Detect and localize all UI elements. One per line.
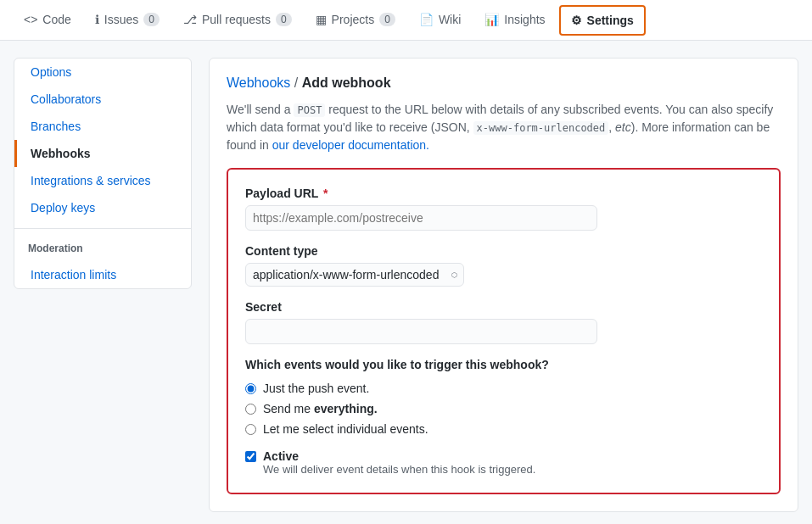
active-checkbox[interactable] bbox=[245, 451, 256, 462]
issues-badge: 0 bbox=[143, 13, 160, 26]
tab-insights-label: Insights bbox=[504, 13, 545, 26]
tab-wiki-label: Wiki bbox=[439, 13, 461, 26]
tab-projects-label: Projects bbox=[332, 13, 375, 26]
event-options-group: Just the push event. Send me Send me eve… bbox=[245, 382, 762, 436]
wiki-icon: 📄 bbox=[419, 13, 434, 26]
tab-settings-label: Settings bbox=[587, 14, 634, 27]
active-label: Active bbox=[263, 449, 535, 463]
secret-group: Secret bbox=[245, 300, 762, 344]
tab-settings[interactable]: ⚙ Settings bbox=[559, 5, 646, 36]
main-content: Webhooks / Add webhook We'll send a POST… bbox=[209, 58, 798, 512]
content-type-group: Content type application/x-www-form-urle… bbox=[245, 244, 762, 287]
sidebar-divider bbox=[14, 228, 191, 229]
content-type-select-wrapper: application/x-www-form-urlencoded applic… bbox=[245, 263, 464, 287]
sidebar: Options Collaborators Branches Webhooks … bbox=[14, 58, 192, 512]
top-navigation: <> Code ℹ Issues 0 ⎇ Pull requests 0 ▦ P… bbox=[0, 0, 812, 41]
breadcrumb-current: Add webhook bbox=[302, 75, 391, 90]
secret-input[interactable] bbox=[245, 319, 597, 344]
projects-badge: 0 bbox=[379, 13, 395, 26]
tab-code[interactable]: <> Code bbox=[14, 0, 81, 41]
docs-link[interactable]: our developer documentation. bbox=[272, 138, 429, 152]
content-type-label: Content type bbox=[245, 244, 762, 258]
tab-code-label: Code bbox=[42, 13, 70, 26]
breadcrumb-parent[interactable]: Webhooks bbox=[227, 75, 290, 90]
sidebar-navigation: Options Collaborators Branches Webhooks … bbox=[14, 58, 192, 289]
events-group: Which events would you like to trigger t… bbox=[245, 358, 762, 436]
required-marker: * bbox=[323, 187, 328, 200]
pull-requests-icon: ⎇ bbox=[183, 13, 197, 26]
event-radio-everything[interactable] bbox=[245, 404, 256, 415]
tab-issues[interactable]: ℹ Issues 0 bbox=[85, 0, 170, 41]
issues-icon: ℹ bbox=[95, 13, 99, 26]
payload-url-label: Payload URL * bbox=[245, 187, 762, 200]
payload-url-group: Payload URL * bbox=[245, 187, 762, 231]
description-text: We'll send a POST request to the URL bel… bbox=[227, 101, 781, 154]
content-box: Webhooks / Add webhook We'll send a POST… bbox=[209, 58, 798, 512]
event-option-individual[interactable]: Let me select individual events. bbox=[245, 422, 762, 436]
sidebar-item-interaction-limits[interactable]: Interaction limits bbox=[14, 261, 191, 288]
event-radio-push[interactable] bbox=[245, 383, 256, 394]
payload-url-input[interactable] bbox=[245, 205, 597, 231]
webhook-form: Payload URL * Content type application/x… bbox=[227, 168, 781, 494]
event-radio-individual[interactable] bbox=[245, 424, 256, 435]
sidebar-item-integrations-services[interactable]: Integrations & services bbox=[14, 167, 191, 194]
sidebar-section-moderation: Moderation bbox=[14, 236, 191, 261]
secret-label: Secret bbox=[245, 300, 762, 314]
sidebar-item-branches[interactable]: Branches bbox=[14, 113, 191, 140]
tab-pull-requests[interactable]: ⎇ Pull requests 0 bbox=[173, 0, 302, 41]
insights-icon: 📊 bbox=[484, 13, 499, 26]
active-description: We will deliver event details when this … bbox=[263, 463, 535, 476]
settings-icon: ⚙ bbox=[571, 14, 582, 27]
page-layout: Options Collaborators Branches Webhooks … bbox=[0, 41, 812, 524]
content-type-select[interactable]: application/x-www-form-urlencoded applic… bbox=[245, 263, 464, 287]
sidebar-item-deploy-keys[interactable]: Deploy keys bbox=[14, 194, 191, 221]
sidebar-item-collaborators[interactable]: Collaborators bbox=[14, 86, 191, 113]
active-checkbox-group: Active We will deliver event details whe… bbox=[245, 449, 762, 476]
tab-issues-label: Issues bbox=[104, 13, 138, 26]
breadcrumb: Webhooks / Add webhook bbox=[227, 75, 781, 91]
pull-requests-badge: 0 bbox=[276, 13, 292, 26]
tab-pull-requests-label: Pull requests bbox=[202, 13, 271, 26]
active-checkbox-label[interactable]: Active We will deliver event details whe… bbox=[245, 449, 762, 476]
tab-projects[interactable]: ▦ Projects 0 bbox=[305, 0, 406, 41]
sidebar-item-options[interactable]: Options bbox=[14, 59, 191, 86]
projects-icon: ▦ bbox=[316, 13, 327, 26]
event-option-push[interactable]: Just the push event. bbox=[245, 382, 762, 395]
sidebar-item-webhooks[interactable]: Webhooks bbox=[14, 140, 191, 167]
events-question: Which events would you like to trigger t… bbox=[245, 358, 762, 371]
event-option-everything[interactable]: Send me Send me everything.everything. bbox=[245, 402, 762, 415]
tab-wiki[interactable]: 📄 Wiki bbox=[409, 0, 471, 41]
code-icon: <> bbox=[24, 13, 37, 26]
tab-insights[interactable]: 📊 Insights bbox=[474, 0, 555, 41]
